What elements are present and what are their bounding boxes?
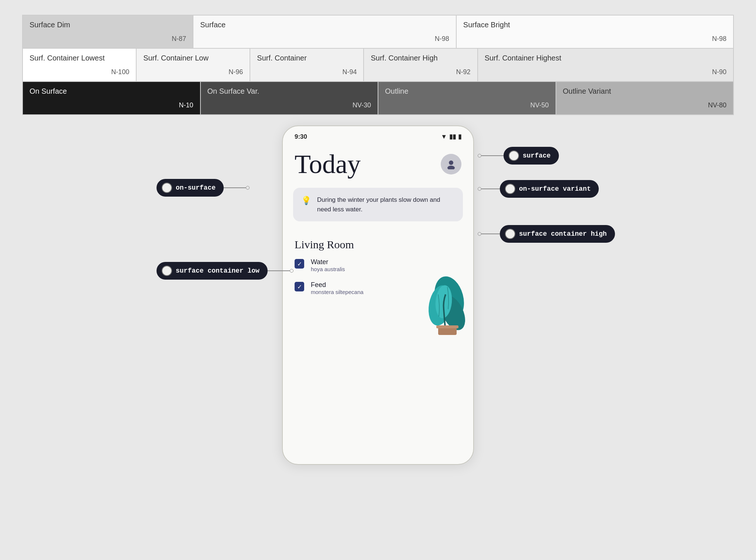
surface-dim-value: N-87: [30, 35, 186, 43]
container-lowest-label: Surf. Container Lowest: [30, 54, 129, 62]
phone-content: Today 💡 During the winter your plants sl…: [283, 144, 473, 342]
surface-cell: Surface N-98: [193, 15, 456, 48]
task-text-2: Feed monstera siltepecana: [311, 281, 364, 295]
phone-header: Today: [283, 144, 473, 181]
annotation-surface-container-high: surface container high: [478, 225, 615, 243]
on-surface-var-value: NV-30: [207, 101, 371, 109]
container-high-value: N-92: [371, 68, 470, 76]
svg-rect-7: [436, 325, 458, 328]
container-high-label: Surf. Container High: [371, 54, 470, 62]
annotation-surface-container-low: surface container low: [157, 262, 293, 280]
container-low-value: N-96: [143, 68, 243, 76]
task-list: ✓ Water hoya australis ✓ Feed monstera s…: [283, 254, 473, 328]
avatar[interactable]: [441, 154, 461, 174]
on-surface-variant-annotation-label: on-surface variant: [519, 185, 591, 193]
surface-value: N-98: [200, 35, 449, 43]
on-surface-annotation-label: on-surface: [176, 184, 216, 191]
checkbox-1[interactable]: ✓: [295, 259, 304, 269]
outline-cell: Outline NV-50: [378, 82, 556, 115]
surface-container-high-annotation-label: surface container high: [519, 230, 607, 238]
section-label: Living Room: [295, 238, 354, 250]
surface-container-low-annotation-label: surface container low: [176, 267, 260, 274]
container-label: Surf. Container: [257, 54, 357, 62]
container-value: N-94: [257, 68, 357, 76]
battery-icon: ▮: [458, 133, 461, 141]
task-subtitle-2: monstera siltepecana: [311, 289, 364, 295]
section-header: Living Room: [283, 228, 473, 254]
task-title-2: Feed: [311, 281, 364, 289]
surface-bright-cell: Surface Bright N-98: [456, 15, 733, 48]
color-row-3: On Surface N-10 On Surface Var. NV-30 Ou…: [23, 82, 733, 115]
surface-annotation-label: surface: [523, 152, 551, 159]
tip-card: 💡 During the winter your plants slow dow…: [293, 188, 463, 221]
container-low-label: Surf. Container Low: [143, 54, 243, 62]
color-row-2: Surf. Container Lowest N-100 Surf. Conta…: [23, 48, 733, 82]
plant-illustration: [418, 265, 470, 335]
phone-frame: 9:30 ▼ ▮▮ ▮ Today: [282, 125, 474, 465]
container-low-cell: Surf. Container Low N-96: [136, 48, 250, 82]
svg-point-0: [449, 160, 453, 165]
container-cell: Surf. Container N-94: [250, 48, 364, 82]
surface-dim-label: Surface Dim: [30, 21, 186, 29]
surface-dim-cell: Surface Dim N-87: [23, 15, 193, 48]
outline-variant-value: NV-80: [563, 101, 727, 109]
annotation-on-surface-variant: on-surface variant: [478, 180, 599, 198]
svg-point-1: [447, 166, 455, 169]
task-subtitle-1: hoya australis: [311, 266, 345, 272]
status-time: 9:30: [295, 133, 307, 141]
container-highest-cell: Surf. Container Highest N-90: [478, 48, 733, 82]
status-icons: ▼ ▮▮ ▮: [441, 133, 461, 141]
container-lowest-cell: Surf. Container Lowest N-100: [23, 48, 136, 82]
on-surface-cell: On Surface N-10: [23, 82, 200, 115]
color-table: Surface Dim N-87 Surface N-98 Surface Br…: [22, 15, 734, 115]
on-surface-value: N-10: [30, 101, 193, 109]
task-title-1: Water: [311, 258, 345, 266]
checkbox-2[interactable]: ✓: [295, 282, 304, 291]
annotation-on-surface: on-surface: [157, 179, 250, 197]
on-surface-var-cell: On Surface Var. NV-30: [200, 82, 378, 115]
tip-text: During the winter your plants slow down …: [317, 195, 455, 214]
lightbulb-icon: 💡: [301, 196, 311, 205]
container-lowest-value: N-100: [30, 68, 129, 76]
color-row-1: Surface Dim N-87 Surface N-98 Surface Br…: [23, 15, 733, 48]
surface-bright-value: N-98: [463, 35, 726, 43]
phone-area: 9:30 ▼ ▮▮ ▮ Today: [0, 125, 756, 513]
outline-variant-label: Outline Variant: [563, 87, 727, 96]
signal-icon: ▮▮: [449, 133, 456, 141]
container-highest-label: Surf. Container Highest: [485, 54, 726, 62]
wifi-icon: ▼: [441, 133, 447, 141]
page-title: Today: [295, 151, 361, 177]
outline-variant-cell: Outline Variant NV-80: [556, 82, 734, 115]
status-bar: 9:30 ▼ ▮▮ ▮: [283, 126, 473, 144]
container-high-cell: Surf. Container High N-92: [364, 48, 477, 82]
task-text-1: Water hoya australis: [311, 258, 345, 272]
surface-bright-label: Surface Bright: [463, 21, 726, 29]
annotation-surface: surface: [478, 147, 559, 165]
surface-label: Surface: [200, 21, 449, 29]
on-surface-var-label: On Surface Var.: [207, 87, 371, 96]
container-highest-value: N-90: [485, 68, 726, 76]
outline-value: NV-50: [385, 101, 549, 109]
outline-label: Outline: [385, 87, 549, 96]
on-surface-label: On Surface: [30, 87, 193, 96]
